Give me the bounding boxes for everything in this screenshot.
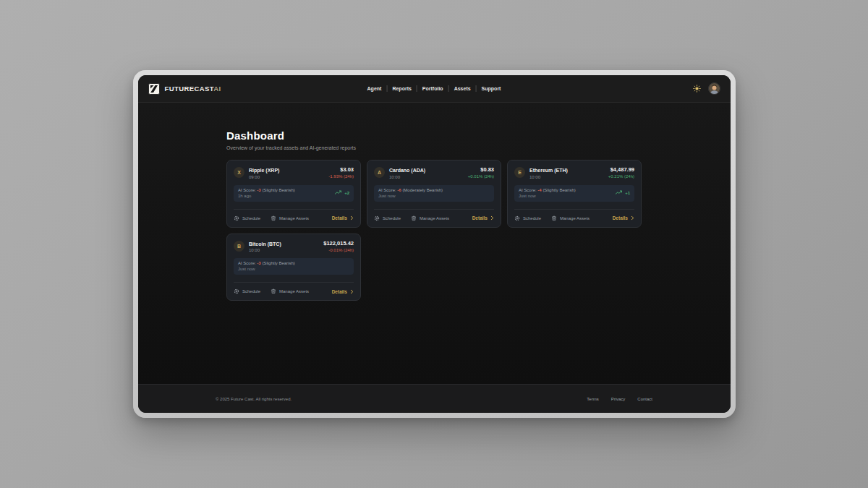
schedule-button[interactable]: Schedule bbox=[374, 215, 401, 221]
device-frame: FUTURECASTAI Agent Reports Portfolio Ass… bbox=[133, 70, 736, 418]
asset-symbol-badge: X bbox=[234, 167, 244, 178]
brand-logo[interactable]: FUTURECASTAI bbox=[148, 83, 221, 95]
ai-score-updated: Just now bbox=[238, 267, 295, 271]
gear-icon bbox=[234, 288, 239, 294]
gear-icon bbox=[374, 215, 380, 221]
page-subtitle: Overview of your tracked assets and AI-g… bbox=[226, 145, 642, 150]
trend-badge: +2 bbox=[334, 190, 349, 195]
asset-price: $4,487.99 bbox=[608, 167, 634, 173]
nav-item-reports[interactable]: Reports bbox=[392, 86, 411, 91]
asset-symbol-badge: B bbox=[234, 241, 244, 252]
asset-name: Ripple (XRP) bbox=[249, 167, 279, 174]
chevron-right-icon bbox=[350, 215, 354, 221]
asset-name: Cardano (ADA) bbox=[389, 167, 425, 174]
asset-card-grid: X Ripple (XRP) 09:00 $3.03 -1.93% (24h) bbox=[226, 160, 642, 301]
manage-assets-button[interactable]: Manage Assets bbox=[271, 288, 309, 294]
copyright-text: © 2025 Future Cast. All rights reserved. bbox=[216, 397, 292, 401]
trash-icon bbox=[551, 215, 557, 221]
ai-score-updated: Just now bbox=[378, 194, 443, 198]
asset-change: +0.21% (24h) bbox=[608, 174, 634, 179]
ai-score-updated: 1h ago bbox=[238, 194, 295, 198]
nav-separator bbox=[386, 85, 387, 92]
asset-time: 10:00 bbox=[529, 175, 568, 179]
asset-price: $0.83 bbox=[468, 167, 494, 173]
asset-symbol-badge: A bbox=[374, 167, 385, 178]
trash-icon bbox=[411, 215, 417, 221]
asset-name: Bitcoin (BTC) bbox=[249, 241, 281, 247]
asset-time: 10:00 bbox=[249, 248, 281, 252]
manage-assets-button[interactable]: Manage Assets bbox=[271, 215, 309, 221]
sun-icon bbox=[693, 85, 701, 93]
asset-card-cardano: A Cardano (ADA) 10:00 $0.83 +0.01% (24h) bbox=[367, 160, 501, 228]
nav-item-support[interactable]: Support bbox=[482, 86, 501, 91]
trend-value: +2 bbox=[344, 191, 349, 195]
nav-item-assets[interactable]: Assets bbox=[454, 86, 471, 91]
header-actions bbox=[693, 82, 720, 95]
main-content: Dashboard Overview of your tracked asset… bbox=[138, 103, 731, 384]
ai-score-label: AI Score: bbox=[238, 188, 256, 192]
ai-score-label: AI Score: bbox=[519, 188, 537, 192]
nav-item-portfolio[interactable]: Portfolio bbox=[422, 86, 443, 91]
details-button[interactable]: Details bbox=[332, 215, 354, 221]
trending-up-icon bbox=[334, 190, 342, 195]
nav-item-agent[interactable]: Agent bbox=[367, 86, 382, 91]
schedule-button[interactable]: Schedule bbox=[514, 215, 541, 221]
manage-assets-button[interactable]: Manage Assets bbox=[551, 215, 590, 221]
nav-separator bbox=[417, 85, 417, 92]
ai-score-desc: (Slightly Bearish) bbox=[542, 188, 575, 192]
main-nav: Agent Reports Portfolio Assets Support bbox=[367, 85, 501, 92]
schedule-button[interactable]: Schedule bbox=[234, 215, 260, 221]
details-button[interactable]: Details bbox=[332, 289, 354, 294]
gear-icon bbox=[514, 215, 520, 221]
app-window: FUTURECASTAI Agent Reports Portfolio Ass… bbox=[138, 75, 731, 413]
page-title: Dashboard bbox=[226, 129, 642, 142]
asset-card-ethereum: E Ethereum (ETH) 10:00 $4,487.99 +0.21% … bbox=[507, 160, 642, 228]
nav-separator bbox=[476, 85, 477, 92]
ai-score-desc: (Slightly Bearish) bbox=[262, 188, 294, 192]
ai-score-value: -3 bbox=[257, 188, 260, 192]
footer-link-contact[interactable]: Contact bbox=[637, 397, 652, 401]
ai-score-updated: Just now bbox=[519, 194, 576, 198]
asset-time: 10:00 bbox=[389, 175, 425, 179]
ai-score-panel: AI Score: -4 (Slightly Bearish) Just now… bbox=[514, 185, 634, 202]
chevron-right-icon bbox=[490, 215, 494, 221]
asset-price: $3.03 bbox=[328, 167, 354, 173]
asset-card-ripple: X Ripple (XRP) 09:00 $3.03 -1.93% (24h) bbox=[226, 160, 361, 228]
ai-score-value: -4 bbox=[537, 188, 541, 192]
footer-links: Terms Privacy Contact bbox=[587, 397, 652, 401]
trash-icon bbox=[271, 288, 276, 294]
ai-score-desc: (Moderately Bearish) bbox=[402, 188, 443, 192]
chevron-right-icon bbox=[631, 215, 634, 221]
schedule-button[interactable]: Schedule bbox=[234, 288, 260, 294]
brand-wordmark-accent: AI bbox=[213, 85, 221, 93]
asset-price: $122,015.42 bbox=[323, 241, 354, 247]
trending-up-icon bbox=[615, 190, 623, 195]
footer-link-privacy[interactable]: Privacy bbox=[611, 397, 626, 401]
details-button[interactable]: Details bbox=[472, 215, 494, 221]
ai-score-value: -6 bbox=[397, 188, 401, 192]
asset-change: -1.93% (24h) bbox=[328, 174, 354, 179]
brand-logo-icon bbox=[148, 83, 160, 95]
chevron-right-icon bbox=[350, 289, 354, 294]
asset-symbol-badge: E bbox=[514, 167, 525, 178]
manage-assets-button[interactable]: Manage Assets bbox=[411, 215, 449, 221]
avatar-image bbox=[709, 83, 720, 94]
ai-score-panel: AI Score: -6 (Moderately Bearish) Just n… bbox=[374, 185, 494, 202]
user-avatar[interactable] bbox=[708, 82, 720, 95]
footer-link-terms[interactable]: Terms bbox=[587, 397, 598, 401]
trend-badge: +1 bbox=[615, 190, 630, 195]
asset-time: 09:00 bbox=[249, 175, 279, 179]
asset-change: -0.01% (24h) bbox=[323, 248, 354, 252]
asset-card-bitcoin: B Bitcoin (BTC) 10:00 $122,015.42 -0.01%… bbox=[226, 234, 361, 301]
asset-name: Ethereum (ETH) bbox=[529, 167, 568, 174]
trash-icon bbox=[271, 215, 276, 221]
ai-score-label: AI Score: bbox=[238, 261, 256, 265]
details-button[interactable]: Details bbox=[613, 215, 634, 221]
footer: © 2025 Future Cast. All rights reserved.… bbox=[138, 384, 731, 413]
trend-value: +1 bbox=[625, 191, 630, 195]
ai-score-value: -3 bbox=[257, 261, 260, 265]
asset-change: +0.01% (24h) bbox=[468, 174, 494, 179]
theme-toggle-button[interactable] bbox=[693, 85, 701, 93]
ai-score-label: AI Score: bbox=[378, 188, 396, 192]
top-bar: FUTURECASTAI Agent Reports Portfolio Ass… bbox=[138, 75, 731, 103]
